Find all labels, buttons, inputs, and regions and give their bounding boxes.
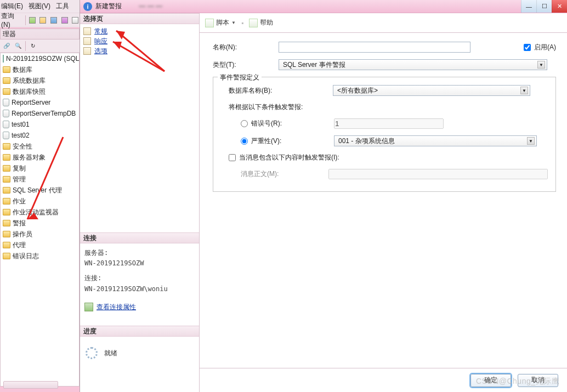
severity-select[interactable]: 001 - 杂项系统信息 ▼ xyxy=(334,135,537,146)
help-button[interactable]: 帮助 xyxy=(249,18,273,27)
toolbar-query-btn[interactable]: 查询(N) xyxy=(1,12,23,29)
tree-item[interactable]: 错误日志 xyxy=(13,252,39,261)
type-label: 类型(T): xyxy=(213,60,279,70)
menu-edit[interactable]: 编辑(E) xyxy=(1,2,23,11)
oe-connect-icon[interactable]: 🔗 xyxy=(2,42,11,50)
page-general[interactable]: 常规 xyxy=(83,26,196,36)
folder-icon xyxy=(3,165,10,172)
folder-icon xyxy=(3,77,10,84)
folder-icon xyxy=(3,88,10,95)
menu-view[interactable]: 视图(V) xyxy=(29,2,50,11)
tree-item[interactable]: ReportServerTempDB xyxy=(12,110,76,117)
object-explorer-header: 理器 xyxy=(0,29,80,39)
minimize-button[interactable]: — xyxy=(521,0,536,13)
folder-icon xyxy=(3,154,10,161)
folder-icon xyxy=(3,220,10,226)
enable-checkbox[interactable]: 启用(A) xyxy=(524,43,556,52)
database-icon xyxy=(3,132,9,139)
dropdown-icon: ▼ xyxy=(231,20,236,25)
tb-icon-e[interactable] xyxy=(71,16,80,25)
tree-item[interactable]: 数据库快照 xyxy=(13,87,46,96)
folder-icon xyxy=(3,176,10,183)
connection-info: 服务器: WN-20191219SOZW 连接: WN-20191219SOZW… xyxy=(80,243,199,326)
folder-icon xyxy=(3,209,10,215)
dropdown-arrow-icon: ▼ xyxy=(527,137,535,145)
server-icon xyxy=(3,55,4,63)
page-icon xyxy=(83,47,91,55)
folder-icon xyxy=(3,198,10,204)
tree-item[interactable]: 操作员 xyxy=(13,230,32,239)
dialog-left-column: 选择页 常规 响应 选项 连接 服务器: WN-20191219SOZW xyxy=(80,13,200,392)
type-select[interactable]: SQL Server 事件警报 ▼ xyxy=(279,59,547,70)
cancel-button[interactable]: 取消 xyxy=(518,374,558,387)
maximize-button[interactable]: ☐ xyxy=(536,0,552,13)
taskbar-thumb xyxy=(3,381,58,389)
ok-button[interactable]: 确定 xyxy=(470,374,511,387)
script-button[interactable]: 脚本 ▼ xyxy=(205,18,236,27)
page-list: 常规 响应 选项 xyxy=(80,24,199,232)
name-input[interactable] xyxy=(279,42,470,53)
tree-item[interactable]: 服务器对象 xyxy=(13,153,46,162)
dialog-titlebar[interactable]: i 新建警报 — — — — ☐ ✕ xyxy=(80,0,567,13)
tree-item[interactable]: test01 xyxy=(12,121,30,128)
page-options[interactable]: 选项 xyxy=(83,46,196,56)
close-button[interactable]: ✕ xyxy=(552,0,567,13)
server-label: 服务器: xyxy=(84,248,195,258)
tree-item[interactable]: 复制 xyxy=(13,164,26,173)
view-connection-props-link[interactable]: 查看连接属性 xyxy=(84,302,136,313)
page-response[interactable]: 响应 xyxy=(83,36,196,46)
tb-icon-a[interactable] xyxy=(28,16,37,25)
page-icon xyxy=(83,27,91,35)
server-value: WN-20191219SOZW xyxy=(84,258,195,269)
folder-icon xyxy=(3,253,10,259)
oe-refresh-icon[interactable]: ↻ xyxy=(29,42,37,50)
tree-item[interactable]: ReportServer xyxy=(12,99,50,106)
tree-item[interactable]: 系统数据库 xyxy=(13,76,46,86)
tree-item[interactable]: 代理 xyxy=(13,241,26,250)
oe-filter-icon[interactable]: 🔍 xyxy=(14,42,22,50)
progress-state: 就绪 xyxy=(104,349,117,358)
message-text-input xyxy=(328,169,548,179)
tb-icon-c[interactable] xyxy=(49,16,58,25)
menu-tool[interactable]: 工具 xyxy=(56,2,69,11)
severity-radio[interactable]: 严重性(V): xyxy=(241,137,334,146)
tree-item[interactable]: 管理 xyxy=(13,175,26,184)
event-alert-fieldset: 事件警报定义 数据库名称(B): <所有数据库> ▼ 将根据以下条件触发警报: xyxy=(213,77,556,192)
dropdown-arrow-icon: ▼ xyxy=(537,61,545,69)
page-icon xyxy=(83,37,91,45)
connection-value: WN-20191219SOZW\woniu xyxy=(84,284,195,294)
tb-icon-d[interactable] xyxy=(60,16,69,25)
tree-item[interactable]: test02 xyxy=(12,132,30,139)
database-icon xyxy=(3,99,9,106)
dialog-toolbar: 脚本 ▼ ▪ 帮助 xyxy=(200,13,567,33)
name-label: 名称(N): xyxy=(213,43,279,52)
enable-checkbox-input[interactable] xyxy=(524,44,531,51)
tree-item[interactable]: 安全性 xyxy=(13,142,32,151)
dialog-footer: 确定 取消 CSDN@Chung_无际鹰 xyxy=(200,368,567,392)
tree-item[interactable]: 数据库 xyxy=(13,65,32,75)
folder-icon xyxy=(3,187,10,194)
tree-item[interactable]: SQL Server 代理 xyxy=(13,186,62,195)
message-contains-checkbox[interactable]: 当消息包含以下内容时触发警报(I): xyxy=(229,153,339,162)
folder-icon xyxy=(3,66,10,73)
tb-icon-b[interactable] xyxy=(38,16,47,25)
connection-header: 连接 xyxy=(80,232,199,243)
object-explorer-tree[interactable]: N-20191219SOZW (SQL S 数据库 系统数据库 数据库快照 Re… xyxy=(0,53,80,387)
dropdown-arrow-icon: ▼ xyxy=(520,87,528,94)
tree-item[interactable]: 作业活动监视器 xyxy=(13,208,59,217)
dialog-title: 新建警报 — — — xyxy=(95,2,521,11)
script-icon xyxy=(205,19,214,27)
tree-item[interactable]: 作业 xyxy=(13,197,26,206)
database-icon xyxy=(3,110,9,117)
tree-server: N-20191219SOZW (SQL S xyxy=(1,53,79,64)
error-no-radio[interactable]: 错误号(R): xyxy=(241,119,334,128)
help-icon xyxy=(249,19,258,27)
tree-item[interactable]: 警报 xyxy=(13,219,26,228)
progress-header: 进度 xyxy=(80,326,199,337)
trigger-label: 将根据以下条件触发警报: xyxy=(229,103,303,112)
folder-icon xyxy=(3,143,10,150)
info-icon: i xyxy=(83,2,92,11)
database-icon xyxy=(3,121,9,128)
select-page-header: 选择页 xyxy=(80,13,199,24)
db-name-select[interactable]: <所有数据库> ▼ xyxy=(333,85,530,96)
